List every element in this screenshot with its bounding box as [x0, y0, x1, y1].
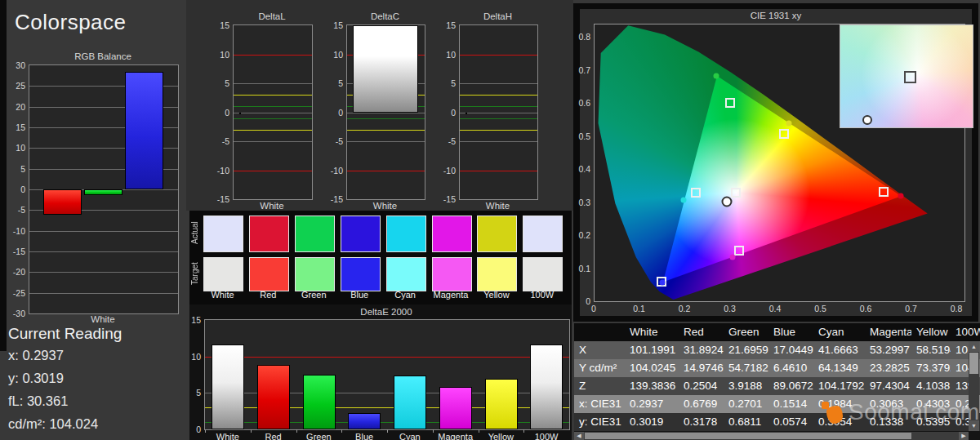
bar-white — [353, 25, 418, 113]
cie-1931-diagram: 00.10.20.30.40.50.60.70.800.10.20.30.40.… — [594, 24, 965, 302]
swatch-column-label: Cyan — [381, 290, 430, 300]
bar-yellow — [485, 379, 518, 429]
bar-white — [239, 113, 241, 114]
y-tick-label: 15 — [176, 315, 201, 325]
table-header-cell: Red — [679, 323, 724, 341]
swatch-actual-blue — [341, 216, 381, 252]
scroll-left-icon[interactable]: ◀ — [574, 432, 584, 440]
y-tick-label: -15 — [318, 194, 343, 204]
bar-red — [43, 189, 82, 215]
table-cell: 21.6959 — [724, 341, 768, 359]
cie-target-cyan — [691, 188, 701, 198]
y-tick-label: 0 — [318, 108, 343, 118]
table-cell: 139.3836 — [625, 377, 679, 395]
table-cell: 0.6769 — [679, 395, 724, 413]
ref-line-red — [460, 55, 537, 56]
vertical-scroll-thumb[interactable] — [969, 353, 978, 374]
gridline — [460, 113, 537, 113]
x-category-label: Blue — [341, 432, 387, 440]
ref-line-yellow — [234, 95, 312, 96]
current-reading-x: x: 0.2937 — [8, 348, 180, 371]
cie-target-white — [731, 188, 741, 198]
table-cell: 0.2701 — [724, 395, 768, 413]
ref-line-yellow — [347, 130, 425, 131]
table-cell: 58.5194 — [911, 341, 951, 359]
table-header-cell: Yellow — [911, 323, 951, 341]
y-tick-label: 5 — [318, 78, 343, 88]
x-tick-mark — [251, 429, 252, 433]
rgb-balance-chart: -30-25-20-15-10-5051015202530 — [29, 64, 179, 314]
horizontal-scrollbar[interactable]: ◀ ▶ — [574, 432, 969, 440]
y-tick-label: -25 — [1, 288, 25, 298]
table-cell: 101.1991 — [625, 341, 679, 359]
y-tick-label: -5 — [205, 136, 229, 146]
table-cell: 0.1514 — [768, 395, 813, 413]
y-tick-label: 5 — [205, 78, 229, 88]
cie-x-tick-label: 0.1 — [626, 304, 653, 313]
scroll-right-icon[interactable]: ▶ — [959, 432, 969, 440]
watermark: Soomal.com — [822, 399, 980, 425]
page-title: Colorspace — [15, 10, 127, 35]
ref-line-yellow — [460, 95, 537, 96]
watermark-text: Soomal.com — [849, 399, 980, 425]
x-category-label: White — [205, 432, 251, 440]
y-tick-label: 15 — [205, 20, 229, 30]
delta-l-chart: -15-10-5051015 — [233, 24, 313, 200]
table-row-label: Y cd/m² — [574, 359, 625, 377]
swatch-column-label: White — [198, 290, 247, 300]
delta-h-chart-title: DeltaH — [459, 11, 537, 21]
current-reading-list: x: 0.2937y: 0.3019fL: 30.361cd/m²: 104.0… — [8, 348, 180, 439]
swatch-row-label-target: Target — [190, 257, 202, 290]
swatch-actual-yellow — [477, 216, 517, 252]
delta-l-chart-title: DeltaL — [233, 11, 311, 21]
table-header-cell — [574, 323, 625, 341]
cie-target-yellow — [779, 129, 789, 139]
y-tick-label: 20 — [1, 102, 25, 112]
swatch-target-100w — [523, 257, 563, 291]
horizontal-scroll-thumb[interactable] — [585, 433, 911, 439]
delta-h-x-label: White — [459, 201, 537, 211]
swatch-column-label: Magenta — [427, 290, 475, 300]
delta-c-x-label: White — [346, 201, 424, 211]
cie-target-green — [725, 98, 735, 108]
x-tick-mark — [341, 429, 342, 433]
colorspace-screen: Colorspace RGB Balance -30-25-20-15-10-5… — [0, 0, 980, 440]
gridline — [234, 113, 312, 113]
y-tick-label: -15 — [205, 194, 229, 204]
table-cell: 4.1038 — [911, 377, 951, 395]
swatch-column-label: Yellow — [472, 290, 520, 300]
gridline — [29, 251, 178, 252]
delta-c-chart: -15-10-5051015 — [346, 24, 425, 200]
table-cell: 104.0245 — [625, 359, 679, 377]
ref-line-red — [460, 171, 537, 171]
current-reading-cdm: cd/m²: 104.024 — [8, 416, 180, 439]
swatch-column-label: Green — [290, 290, 338, 300]
swatch-column-label: 100W — [518, 290, 566, 300]
rgb-balance-chart-title: RGB Balance — [29, 51, 177, 61]
ref-line-green — [460, 106, 537, 107]
swatch-actual-green — [295, 216, 335, 252]
gridline — [29, 231, 178, 232]
scroll-up-icon[interactable]: ▲ — [969, 341, 979, 352]
table-cell: 0.2504 — [679, 377, 724, 395]
y-tick-label: -5 — [1, 205, 25, 215]
swatch-target-cyan — [386, 257, 426, 291]
table-cell: 41.6663 — [813, 341, 865, 359]
table-cell: 14.9746 — [679, 359, 724, 377]
swatch-target-yellow — [477, 257, 517, 291]
cie-target-magenta — [734, 246, 744, 256]
bar-blue — [348, 413, 381, 429]
swatch-target-blue — [341, 257, 381, 291]
y-tick-label: 10 — [318, 50, 343, 60]
bar-100w — [530, 344, 563, 429]
table-cell: 54.7182 — [724, 359, 768, 377]
bar-cyan — [394, 376, 426, 429]
swatch-actual-red — [249, 216, 289, 252]
table-header-row: WhiteRedGreenBlueCyanMagentaYellow100W — [574, 323, 980, 341]
ref-line-red — [234, 55, 312, 56]
delta-e-chart: 051015WhiteRedGreenBlueCyanMagentaYellow… — [204, 319, 570, 430]
x-tick-mark — [205, 429, 206, 433]
y-tick-label: 15 — [1, 122, 25, 132]
table-header-cell: Magenta — [865, 323, 911, 341]
cie-x-tick-label: 0.3 — [716, 304, 744, 313]
